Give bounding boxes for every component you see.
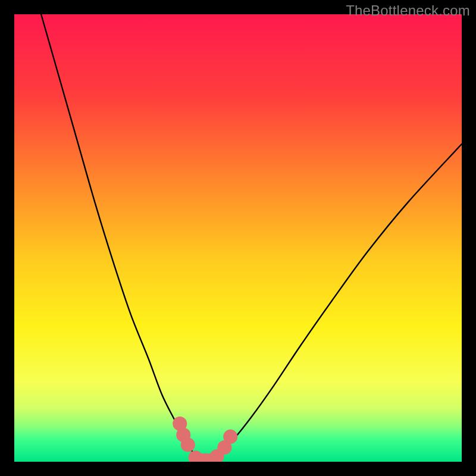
watermark-text: TheBottleneck.com — [346, 2, 470, 19]
gradient-background — [14, 14, 462, 462]
marker-dot — [223, 430, 237, 444]
bottleneck-chart — [14, 14, 462, 462]
marker-dot — [181, 437, 195, 452]
chart-frame — [14, 14, 462, 462]
